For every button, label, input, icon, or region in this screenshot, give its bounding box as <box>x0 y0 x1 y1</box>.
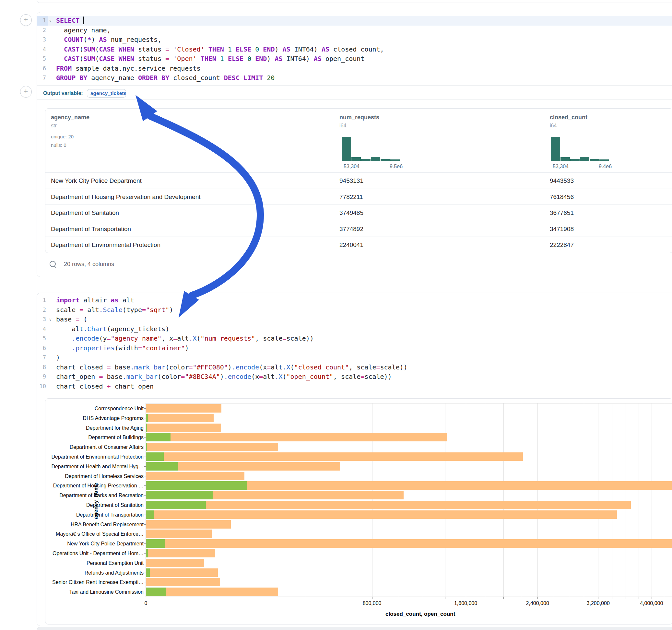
table-row[interactable]: Department of Environmental Protection22… <box>45 237 672 253</box>
code-token: (color <box>165 363 189 371</box>
chart-bar-open_count <box>146 453 164 461</box>
code-token: = <box>173 335 177 342</box>
histogram-bar <box>352 157 361 161</box>
histogram-bar <box>342 137 351 161</box>
code-text: FROM sample_data.nyc.service_requests <box>56 64 201 74</box>
x-axis-tick <box>584 597 584 599</box>
chart-bar-row <box>146 577 672 587</box>
python-code-line: 1import altair as alt <box>37 295 672 305</box>
code-text: import altair as alt <box>56 295 134 305</box>
code-token: END <box>263 45 274 53</box>
code-token: GROUP BY <box>56 74 87 82</box>
fold-chevron-icon[interactable]: ∨ <box>49 315 52 325</box>
y-axis-label: Department of Buildings <box>46 435 144 440</box>
code-token: = <box>267 363 271 371</box>
table-row[interactable]: Department of Transportation377489234719… <box>45 221 672 237</box>
code-text: scale = alt.Scale(type="sqrt") <box>56 305 173 315</box>
gutter-separator <box>48 15 48 84</box>
code-text: alt.Chart(agency_tickets) <box>56 324 169 334</box>
sql-code-editor[interactable]: 1∨SELECT 2 agency_name,3 COUNT(*) AS num… <box>37 16 672 83</box>
y-axis-tick <box>144 573 146 573</box>
column-header[interactable]: num_requests <box>339 114 379 121</box>
code-token: .encode <box>224 373 251 381</box>
code-token: END <box>255 55 267 63</box>
sql-code-line: 4 CAST(SUM(CASE WHEN status = 'Closed' T… <box>37 45 672 54</box>
search-icon[interactable] <box>50 261 56 267</box>
column-header[interactable]: closed_count <box>550 114 587 121</box>
table-row[interactable]: New York City Police Department945313194… <box>45 172 672 189</box>
code-token: (type <box>123 306 142 314</box>
chart-bar-closed_count <box>146 568 218 577</box>
code-token: ( <box>95 55 99 63</box>
table-row[interactable]: Department of Sanitation37494853677651 <box>45 204 672 221</box>
x-axis-tick <box>664 597 664 599</box>
python-code-line: 2scale = alt.Scale(type="sqrt") <box>37 305 672 315</box>
x-axis-tick-label: 0 <box>145 601 147 606</box>
column-histogram[interactable] <box>551 137 609 161</box>
code-token: AS <box>99 35 107 43</box>
column-header[interactable]: agency_name <box>51 114 90 121</box>
column-histogram[interactable] <box>342 137 400 161</box>
result-table: agency_namestrunique: 20nulls: 0num_requ… <box>45 108 672 253</box>
code-token <box>56 35 64 43</box>
python-code-editor[interactable]: 1import altair as alt2scale = alt.Scale(… <box>37 295 672 391</box>
code-token: "num_requests" <box>201 335 256 342</box>
code-token <box>56 45 64 53</box>
add-cell-button[interactable]: + <box>20 86 32 98</box>
code-token: ( <box>282 373 286 381</box>
code-token: CASE <box>99 45 115 53</box>
code-token: status <box>134 45 165 53</box>
table-cell: Department of Sanitation <box>51 209 119 217</box>
line-number: 7 <box>37 353 46 363</box>
code-token: "container" <box>142 344 185 352</box>
code-token: THEN <box>201 55 216 63</box>
divider <box>37 99 672 100</box>
line-number: 2 <box>37 26 46 35</box>
code-token: SUM <box>83 45 95 53</box>
code-token: WHEN <box>119 55 134 63</box>
code-token: = <box>165 55 169 63</box>
y-axis-tick <box>144 505 146 505</box>
y-axis-label: New York City Police Department <box>46 541 144 547</box>
y-axis-tick <box>144 418 146 418</box>
code-text: SELECT <box>56 16 84 26</box>
line-number: 6 <box>37 64 46 74</box>
line-number: 5 <box>37 54 46 64</box>
x-axis-tick <box>259 597 259 599</box>
output-variable-pill[interactable]: agency_tickets <box>87 89 126 98</box>
sql-code-line: 7GROUP BY agency_name ORDER BY closed_co… <box>37 73 672 83</box>
code-token: .X <box>189 335 196 342</box>
code-token: base <box>103 373 123 381</box>
line-number: 3 <box>37 315 46 324</box>
code-token: 1 <box>220 55 224 63</box>
code-token <box>232 45 236 53</box>
next-cell-edge <box>37 627 672 630</box>
chart-bar-open_count <box>146 549 148 557</box>
chart-bar-closed_count <box>146 578 220 586</box>
code-token <box>197 55 201 63</box>
code-token: = <box>107 363 111 371</box>
code-token: "#FFC080" <box>193 363 227 371</box>
y-axis-title: agency_name <box>93 483 99 519</box>
code-token: 20 <box>267 74 274 82</box>
code-token: scale)) <box>364 373 391 381</box>
add-cell-button[interactable]: + <box>20 14 32 26</box>
fold-chevron-icon[interactable]: ∨ <box>49 16 52 26</box>
code-token: = <box>181 373 185 381</box>
table-row-count: 20 rows, 4 columns <box>64 261 114 268</box>
code-token: 'Closed' <box>173 45 204 53</box>
chart-bar-row <box>146 452 672 461</box>
line-number: 4 <box>37 324 46 334</box>
code-token: (y <box>99 335 107 342</box>
x-axis-tick-label: 4,000,000 <box>640 601 663 606</box>
code-token: ELSE <box>236 45 251 53</box>
y-axis-tick <box>144 457 146 457</box>
x-axis-tick <box>612 597 613 599</box>
table-cell: New York City Police Department <box>51 177 142 185</box>
table-row[interactable]: Department of Housing Preservation and D… <box>45 189 672 205</box>
code-text: chart_closed + chart_open <box>56 382 154 391</box>
python-code-line: 5 .encode(y="agency_name", x=alt.X("num_… <box>37 334 672 343</box>
x-axis-tick <box>626 597 626 599</box>
y-axis-tick <box>144 592 146 592</box>
y-axis-label: Taxi and Limousine Commission <box>46 589 144 595</box>
